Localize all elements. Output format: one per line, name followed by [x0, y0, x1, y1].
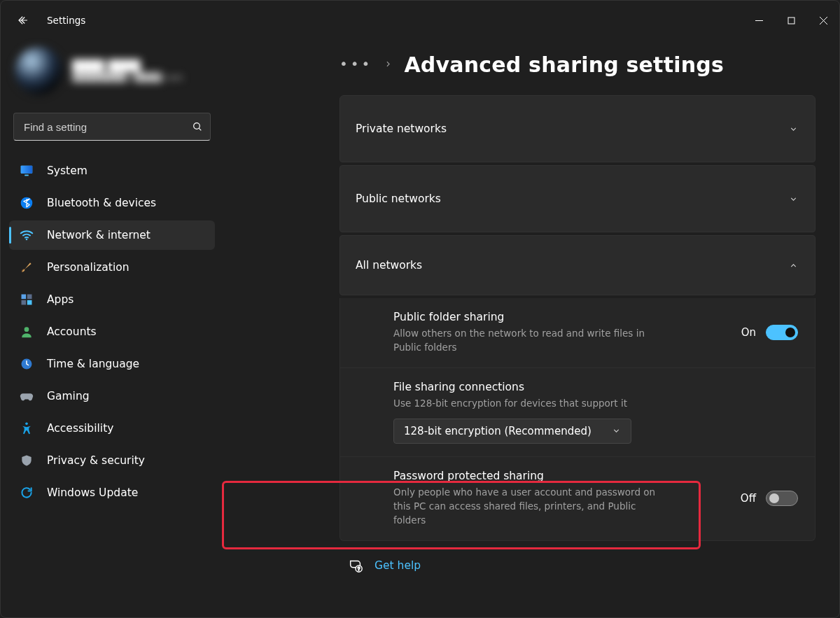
- sidebar-item-accounts[interactable]: Accounts: [9, 317, 215, 346]
- app-title: Settings: [47, 15, 85, 26]
- sidebar-item-apps[interactable]: Apps: [9, 285, 215, 314]
- sidebar-item-label: Accounts: [47, 325, 97, 338]
- titlebar: Settings: [1, 1, 839, 40]
- setting-label: Password protected sharing: [393, 470, 659, 482]
- avatar: [15, 47, 62, 94]
- sidebar-item-time[interactable]: Time & language: [9, 349, 215, 379]
- system-icon: [19, 163, 34, 178]
- window-controls: [743, 6, 839, 34]
- toggle-state-text: On: [741, 326, 756, 339]
- chevron-down-icon: [612, 426, 621, 435]
- setting-description: Use 128-bit encryption for devices that …: [393, 396, 798, 410]
- setting-label: Public folder sharing: [393, 311, 659, 323]
- section-public-networks[interactable]: Public networks: [340, 165, 816, 232]
- gaming-icon: [19, 388, 34, 404]
- page-title: Advanced sharing settings: [404, 52, 724, 77]
- person-icon: [19, 324, 34, 339]
- search-box[interactable]: [13, 113, 211, 141]
- setting-label: File sharing connections: [393, 381, 798, 393]
- sidebar-item-network[interactable]: Network & internet: [9, 220, 215, 250]
- profile-block[interactable]: ████ ████ ████████@████.com: [9, 40, 215, 110]
- chevron-right-icon: [384, 58, 393, 71]
- get-help-link[interactable]: Get help: [374, 559, 421, 572]
- svg-text:?: ?: [358, 566, 360, 571]
- help-row: ? Get help: [340, 541, 816, 573]
- svg-point-11: [24, 327, 29, 332]
- sidebar-item-label: Apps: [47, 293, 74, 306]
- clock-icon: [19, 356, 34, 372]
- chevron-down-icon: [789, 125, 798, 134]
- wifi-icon: [19, 227, 34, 243]
- password-protected-sharing-toggle[interactable]: [766, 491, 798, 506]
- minimize-button[interactable]: [743, 6, 775, 34]
- setting-public-folder-sharing: Public folder sharing Allow others on th…: [340, 298, 816, 368]
- encryption-select[interactable]: 128-bit encryption (Recommended): [393, 419, 631, 444]
- sidebar-item-label: System: [47, 164, 88, 177]
- section-title: All networks: [356, 259, 422, 272]
- setting-description: Allow others on the network to read and …: [393, 326, 659, 355]
- maximize-button[interactable]: [775, 6, 807, 34]
- svg-point-1: [194, 123, 200, 129]
- sidebar-item-label: Network & internet: [47, 229, 150, 241]
- chevron-down-icon: [789, 195, 798, 204]
- help-icon: ?: [348, 558, 363, 573]
- breadcrumb: ••• Advanced sharing settings: [340, 52, 816, 77]
- svg-rect-10: [27, 300, 32, 305]
- back-button[interactable]: [8, 5, 38, 36]
- sidebar-item-label: Bluetooth & devices: [47, 197, 156, 209]
- apps-icon: [19, 292, 34, 307]
- svg-point-6: [26, 239, 28, 241]
- section-title: Private networks: [356, 122, 447, 135]
- sidebar-item-personalization[interactable]: Personalization: [9, 253, 215, 282]
- svg-rect-0: [788, 17, 794, 24]
- profile-email: ████████@████.com: [72, 72, 183, 83]
- sidebar-item-bluetooth[interactable]: Bluetooth & devices: [9, 188, 215, 218]
- search-input[interactable]: [24, 121, 186, 133]
- sidebar-item-accessibility[interactable]: Accessibility: [9, 414, 215, 443]
- close-button[interactable]: [807, 6, 839, 34]
- public-folder-sharing-toggle[interactable]: [766, 325, 798, 340]
- svg-rect-4: [24, 175, 29, 176]
- section-all-networks[interactable]: All networks: [340, 235, 816, 295]
- select-value: 128-bit encryption (Recommended): [404, 425, 592, 437]
- profile-name: ████ ████: [72, 59, 183, 72]
- sidebar-item-system[interactable]: System: [9, 156, 215, 185]
- chevron-up-icon: [789, 261, 798, 270]
- sidebar-item-label: Windows Update: [47, 486, 138, 499]
- brush-icon: [19, 260, 34, 275]
- breadcrumb-overflow-button[interactable]: •••: [340, 57, 372, 73]
- accessibility-icon: [19, 421, 34, 436]
- svg-rect-8: [27, 295, 32, 300]
- svg-rect-3: [21, 166, 33, 174]
- sidebar-item-label: Accessibility: [47, 422, 113, 435]
- section-private-networks[interactable]: Private networks: [340, 95, 816, 162]
- update-icon: [19, 485, 34, 500]
- setting-description: Only people who have a user account and …: [393, 485, 659, 528]
- setting-file-sharing-connections: File sharing connections Use 128-bit enc…: [340, 368, 816, 457]
- sidebar-item-label: Privacy & security: [47, 454, 145, 467]
- arrow-left-icon: [17, 14, 29, 27]
- sidebar: ████ ████ ████████@████.com System Blu: [1, 40, 222, 618]
- shield-icon: [19, 453, 34, 468]
- sidebar-item-label: Gaming: [47, 390, 90, 402]
- toggle-state-text: Off: [741, 492, 756, 505]
- sidebar-item-privacy[interactable]: Privacy & security: [9, 446, 215, 475]
- sidebar-item-gaming[interactable]: Gaming: [9, 381, 215, 411]
- all-networks-options: Public folder sharing Allow others on th…: [340, 298, 816, 541]
- sidebar-item-label: Time & language: [47, 358, 139, 370]
- search-icon: [192, 121, 203, 132]
- bluetooth-icon: [19, 195, 34, 211]
- svg-rect-9: [22, 300, 27, 305]
- setting-password-protected-sharing: Password protected sharing Only people w…: [340, 457, 816, 541]
- sidebar-item-update[interactable]: Windows Update: [9, 478, 215, 507]
- svg-point-13: [25, 423, 28, 426]
- svg-rect-7: [22, 295, 27, 300]
- sidebar-item-label: Personalization: [47, 261, 130, 274]
- nav-list: System Bluetooth & devices Network & int…: [9, 156, 215, 507]
- main-content: ••• Advanced sharing settings Private ne…: [222, 40, 839, 618]
- section-title: Public networks: [356, 192, 441, 205]
